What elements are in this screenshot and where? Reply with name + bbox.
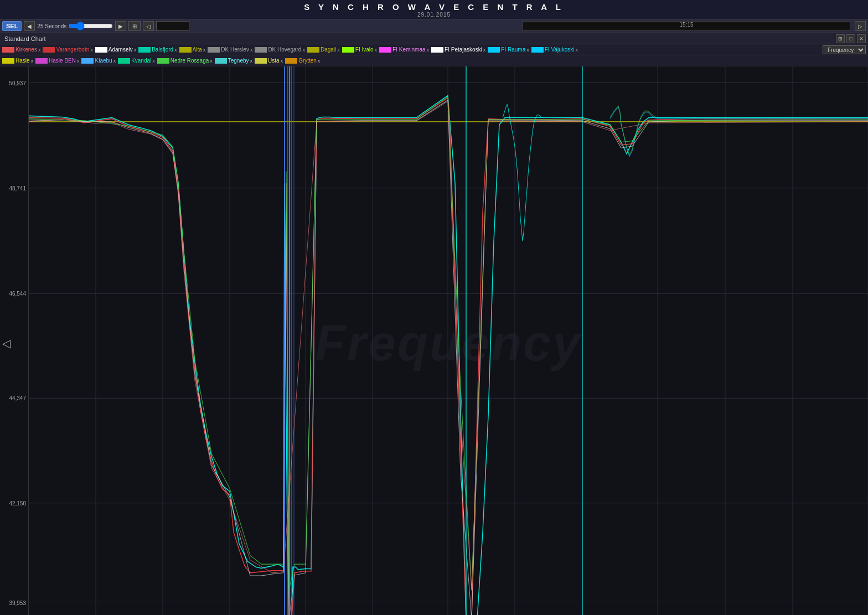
legend-color [208, 47, 220, 53]
app-title: S Y N C H R O W A V E C E N T R A L [0, 0, 868, 12]
legend-color [307, 47, 319, 53]
toolbar: SEL ◀ 25 Seconds ▶ ⊞ ◁ 15:00 15:15 ▷ [0, 19, 868, 33]
legend-item: Usta x [255, 58, 283, 64]
expand-button[interactable]: ⊞ [836, 34, 845, 43]
legend-close[interactable]: x [302, 47, 305, 53]
legend-color [157, 58, 169, 64]
legend-color [2, 58, 14, 64]
legend-label: FI Keminmaa [392, 46, 425, 53]
legend-label: DK Herslev [221, 46, 249, 53]
legend-color [342, 47, 354, 53]
chart-controls: ⊞ □ ✕ [836, 34, 868, 43]
seconds-slider[interactable] [69, 22, 113, 30]
legend-close[interactable]: x [576, 47, 578, 53]
legend-close[interactable]: x [483, 47, 486, 53]
date-display: 29.01.2015 [0, 12, 868, 18]
legend-item: Hasle x [2, 58, 33, 64]
legend-item: Dagali x [307, 46, 340, 53]
legend-item: Adamselv x [95, 46, 136, 53]
legend-close[interactable]: x [38, 47, 41, 53]
chart-svg [29, 66, 868, 615]
legend-close[interactable]: x [113, 58, 116, 64]
end-button[interactable]: ▷ [855, 21, 866, 31]
legend-color [118, 58, 130, 64]
legend-close[interactable]: x [152, 58, 155, 64]
restore-button[interactable]: □ [846, 34, 855, 43]
y-axis-label: 42,150 [9, 500, 26, 507]
legend-label: Tegneby [228, 58, 249, 64]
legend-item: FI Vajukoski x [531, 46, 578, 53]
legend-close[interactable]: x [90, 47, 93, 53]
legend-close[interactable]: x [77, 58, 80, 64]
legend-label: Adamselv [108, 46, 133, 53]
sel-button[interactable]: SEL [2, 21, 22, 31]
legend-close[interactable]: x [174, 47, 177, 53]
legend-label: FI Ivalo [355, 46, 374, 53]
legend-label: Hasle BEN [49, 58, 76, 64]
legend-label: Balsfjord [152, 46, 173, 53]
legend-color [2, 47, 14, 53]
y-axis-label: 50,937 [9, 80, 26, 86]
legend-close[interactable]: x [427, 47, 430, 53]
seconds-label: 25 Seconds [37, 23, 66, 29]
back-button[interactable]: ◁ [143, 21, 154, 31]
legend-close[interactable]: x [250, 47, 253, 53]
legend-color [431, 47, 443, 53]
legend-item: DK Hovegard x [255, 46, 305, 53]
legend-item: Grytten x [285, 58, 320, 64]
legend-label: Klaebu [95, 58, 112, 64]
timeline-center-label: 15:15 [680, 22, 694, 28]
legend-color [95, 47, 107, 53]
legend-item: FI Keminmaa x [379, 46, 429, 53]
legend-label: DK Hovegard [268, 46, 301, 53]
legend-close[interactable]: x [318, 58, 321, 64]
legend-close[interactable]: x [375, 47, 378, 53]
legend-color [81, 58, 94, 64]
legend-close[interactable]: x [337, 47, 340, 53]
legend-item: Klaebu x [81, 58, 116, 64]
legend-label: Varangerbotn [56, 46, 89, 53]
chart-area: 50,93748,74146,54444,34742,15039,953 ◁ F… [0, 66, 868, 615]
legend-item: Nedre Rossaga x [157, 58, 213, 64]
close-button[interactable]: ✕ [857, 34, 866, 43]
legend-color [35, 58, 48, 64]
legend-item: Hasle BEN x [35, 58, 79, 64]
legend-color [43, 47, 55, 53]
legend-label: FI Petajaskoski [445, 46, 482, 53]
legend-close[interactable]: x [134, 47, 137, 53]
legend-color [138, 47, 151, 53]
grid-button[interactable]: ⊞ [128, 21, 141, 31]
legend-close[interactable]: x [526, 47, 529, 53]
legend-close[interactable]: x [31, 58, 34, 64]
legend-item: FI Ivalo x [342, 46, 377, 53]
seconds-control: ◀ 25 Seconds ▶ [24, 21, 126, 31]
chart-title: Standard Chart [4, 35, 46, 42]
legend-color [179, 47, 192, 53]
legend-item: Kvandal x [118, 58, 155, 64]
legend-item: Varangerbotn x [43, 46, 92, 53]
frequency-dropdown[interactable]: Frequency [823, 45, 866, 54]
legend-item: Tegneby x [215, 58, 252, 64]
legend-item: Kirkenes x [2, 46, 40, 53]
legend-item: FI Petajaskoski x [431, 46, 485, 53]
legend-color [285, 58, 297, 64]
legend-close[interactable]: x [281, 58, 283, 64]
legend-color [379, 47, 391, 53]
scroll-arrow[interactable]: ◁ [2, 337, 11, 350]
legend-close[interactable]: x [210, 58, 213, 64]
next-button[interactable]: ▶ [115, 21, 126, 31]
y-axis-label: 44,347 [9, 395, 26, 401]
legend-label: Hasle [16, 58, 30, 64]
legend-label: Grytten [298, 58, 317, 64]
legend-color [488, 47, 500, 53]
legend-close[interactable]: x [250, 58, 253, 64]
y-axis-label: 46,544 [9, 290, 26, 296]
chart-header: Standard Chart ⊞ □ ✕ [0, 33, 868, 44]
prev-button[interactable]: ◀ [24, 21, 35, 31]
time-input[interactable]: 15:00 [156, 21, 189, 31]
legend-label: Alta [193, 46, 202, 53]
legend-item: Balsfjord x [138, 46, 177, 53]
legend-label: FI Rauma [501, 46, 525, 53]
legend-close[interactable]: x [203, 47, 206, 53]
legend-item: DK Herslev x [208, 46, 252, 53]
